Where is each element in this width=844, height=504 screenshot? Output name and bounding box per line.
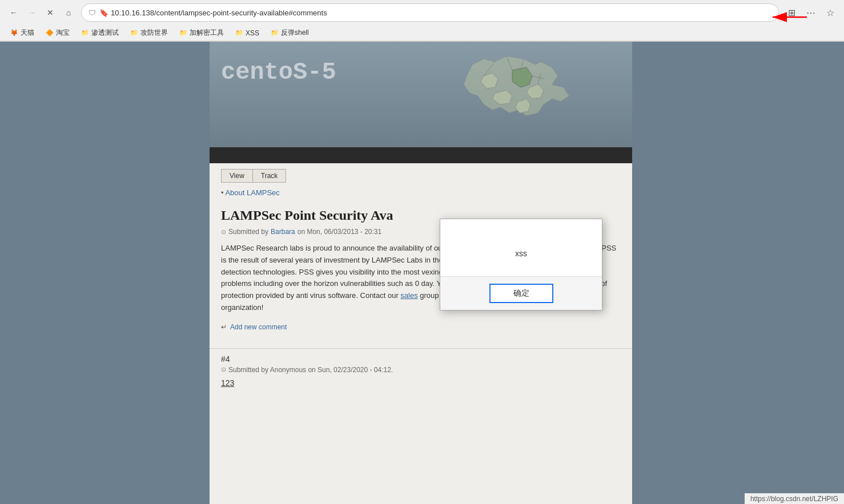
modal-footer: 确定 [440, 276, 602, 310]
security-icon: 🔖 [99, 9, 108, 17]
author-link[interactable]: Barbara [271, 228, 295, 236]
back-button[interactable]: ← [6, 5, 22, 21]
bookmark-taobao[interactable]: 🔶 淘宝 [41, 27, 74, 39]
nav-link-area: • About LAMPSec [210, 183, 632, 202]
site-logo: centoS-5 [221, 59, 336, 86]
comment-icon: ↵ [221, 323, 227, 331]
status-bar: https://blog.csdn.net/LZHPIG [745, 493, 844, 504]
folder-icon: 📁 [81, 29, 89, 37]
browser-titlebar: ← → ✕ ⌂ 🛡 🔖 10.10.16.138/content/lampsec… [0, 0, 844, 25]
folder-icon: 📁 [130, 29, 138, 37]
bookmark-label: 加解密工具 [190, 28, 224, 38]
add-new-comment-link[interactable]: Add new comment [230, 323, 287, 331]
comment-meta-text: Submitted by Anonymous on Sun, 02/23/202… [228, 366, 393, 374]
taobao-icon: 🔶 [46, 29, 54, 37]
comment-meta: ⊙ Submitted by Anonymous on Sun, 02/23/2… [221, 366, 621, 374]
bookmark-tianmao[interactable]: 🦊 天猫 [6, 27, 39, 39]
shield-icon: 🛡 [89, 9, 96, 17]
bookmark-label: 天猫 [21, 28, 34, 38]
about-lampsec-link[interactable]: About LAMPSec [225, 188, 279, 197]
page-content: centoS-5 View [0, 42, 844, 504]
bookmark-label: 淘宝 [56, 28, 70, 38]
bookmark-label: 反弹shell [281, 28, 309, 38]
folder-icon: 📁 [235, 29, 243, 37]
bookmark-crypto[interactable]: 📁 加解密工具 [175, 27, 228, 39]
red-arrow-annotation [767, 9, 813, 26]
modal-ok-button[interactable]: 确定 [489, 284, 553, 303]
meta-clock-icon: ⊙ [221, 228, 226, 236]
folder-icon: 📁 [271, 29, 279, 37]
address-bar-container: 🛡 🔖 10.10.16.138/content/lampsec-point-s… [81, 3, 779, 22]
left-background [0, 42, 210, 504]
status-url: https://blog.csdn.net/LZHPIG [750, 495, 838, 503]
track-tab[interactable]: Track [252, 169, 287, 183]
modal-message: xss [515, 249, 527, 258]
right-background [632, 42, 844, 504]
bookmark-label: 攻防世界 [140, 28, 168, 38]
address-text[interactable]: 10.10.16.138/content/lampsec-point-secur… [111, 9, 771, 17]
modal-dialog: xss 确定 [440, 219, 602, 311]
bookmark-label: XSS [246, 29, 259, 37]
submitted-by-text: Submitted by [228, 228, 268, 236]
tabs-area: View Track [210, 163, 632, 183]
comment-meta-icon: ⊙ [221, 366, 226, 373]
bookmarks-bar: 🦊 天猫 🔶 淘宝 📁 渗透测试 📁 攻防世界 📁 加解密工具 📁 XSS 📁 … [0, 25, 844, 41]
divider [210, 348, 632, 349]
home-button[interactable]: ⌂ [61, 5, 77, 21]
view-tab[interactable]: View [221, 169, 252, 183]
comment-number: #4 [221, 354, 621, 364]
add-comment-area: ↵ Add new comment [221, 323, 621, 331]
bookmark-xss[interactable]: 📁 XSS [231, 28, 264, 38]
map-graphic [438, 47, 609, 139]
bookmark-pentest[interactable]: 📁 渗透测试 [77, 27, 123, 39]
nav-buttons: ← → ✕ ⌂ [6, 5, 77, 21]
bookmark-revshell[interactable]: 📁 反弹shell [266, 27, 314, 39]
folder-icon: 📁 [179, 29, 187, 37]
article-date: on Mon, 06/03/2013 - 20:31 [298, 228, 381, 236]
modal-body: xss [440, 219, 602, 276]
tianmao-icon: 🦊 [10, 29, 18, 37]
browser-chrome: ← → ✕ ⌂ 🛡 🔖 10.10.16.138/content/lampsec… [0, 0, 844, 42]
sales-link[interactable]: sales [400, 291, 417, 300]
bookmark-ctf[interactable]: 📁 攻防世界 [126, 27, 172, 39]
forward-button[interactable]: → [24, 5, 40, 21]
comment-section: #4 ⊙ Submitted by Anonymous on Sun, 02/2… [210, 354, 632, 388]
site-nav [210, 147, 632, 163]
reload-button[interactable]: ✕ [42, 5, 58, 21]
comment-text: 123 [221, 378, 621, 388]
bookmark-label: 渗透测试 [91, 28, 119, 38]
bookmark-button[interactable]: ☆ [822, 5, 838, 21]
site-header: centoS-5 [210, 42, 632, 147]
